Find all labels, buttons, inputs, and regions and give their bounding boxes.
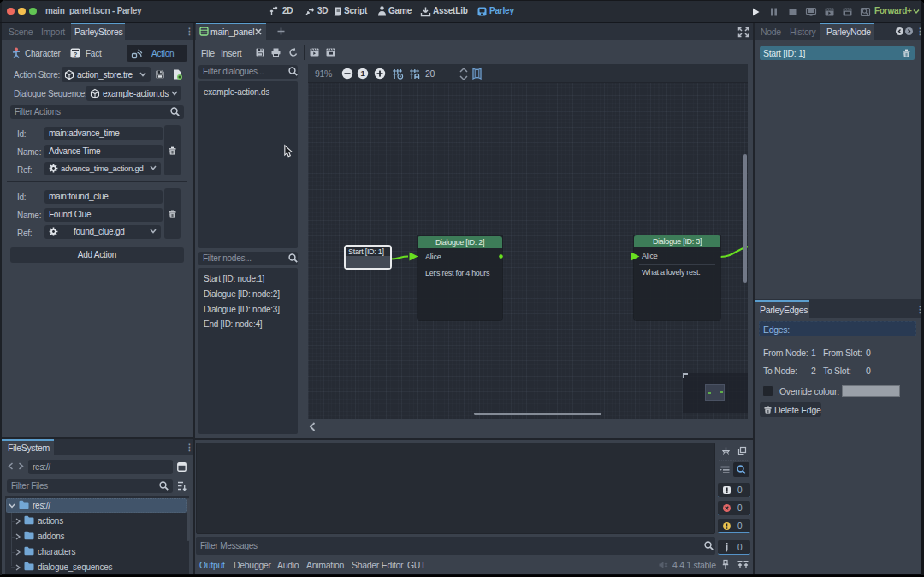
svg-text:?: ? — [74, 51, 77, 57]
